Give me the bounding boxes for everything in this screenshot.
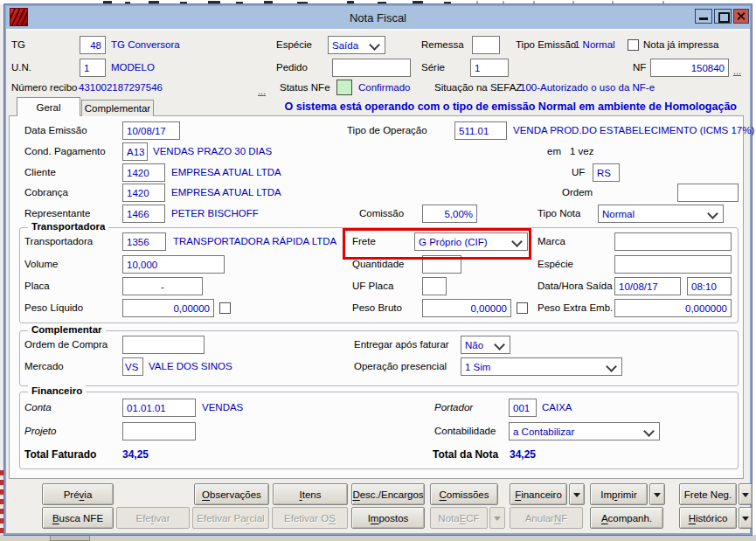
peso-liquido-checkbox[interactable] xyxy=(219,302,231,314)
background-taskbar-strip xyxy=(0,535,756,541)
serie-input[interactable]: 1 xyxy=(470,59,509,77)
financeiro-button[interactable]: Financeiro xyxy=(510,483,567,505)
operacao-presencial-select[interactable]: 1 Sim xyxy=(461,357,622,376)
placa-input[interactable]: - xyxy=(122,277,203,295)
total-da-nota-value: 34,25 xyxy=(510,446,536,464)
previa-button[interactable]: Prévia xyxy=(42,483,114,505)
comissao-input[interactable]: 5,00% xyxy=(422,205,477,223)
transportadora-group-title: Transportadora xyxy=(28,221,108,232)
contabilidade-label: Contabilidade xyxy=(434,422,496,440)
minimize-button[interactable] xyxy=(695,9,712,24)
peso-extra-input[interactable]: 0,000000 xyxy=(614,299,732,317)
marca-input[interactable] xyxy=(614,232,732,251)
un-input[interactable]: 1 xyxy=(80,59,106,77)
portador-label: Portador xyxy=(434,399,473,417)
status-nfe-value: Confirmado xyxy=(358,79,410,97)
tg-input[interactable]: 48 xyxy=(80,36,106,54)
peso-liquido-label: Peso Líquido xyxy=(24,299,83,317)
dropdown-arrow-icon xyxy=(494,517,501,524)
historico-menu-arrow[interactable] xyxy=(739,507,753,529)
transportadora-input[interactable]: 1356 xyxy=(122,232,166,251)
tab-geral[interactable]: Geral xyxy=(17,97,80,116)
numero-recibo-label: Número recibo xyxy=(11,79,77,97)
uf-placa-input[interactable] xyxy=(422,277,447,295)
ordem-input[interactable] xyxy=(677,184,739,202)
especie-transporte-input[interactable] xyxy=(614,255,732,274)
quantidade-input[interactable] xyxy=(422,255,461,274)
nf-browse-button[interactable]: ... xyxy=(733,66,741,76)
cond-pagamento-description: VENDAS PRAZO 30 DIAS xyxy=(153,142,272,161)
hora-saida-input[interactable]: 08:10 xyxy=(687,277,732,295)
impostos-button[interactable]: Impostos xyxy=(351,507,425,529)
portador-description: CAIXA xyxy=(542,399,572,417)
pedido-input[interactable] xyxy=(332,59,411,77)
tipo-nota-select[interactable]: Normal xyxy=(598,205,724,223)
complementar-group-title: Complementar xyxy=(28,324,106,336)
cliente-description: EMPRESA ATUAL LTDA xyxy=(171,163,281,182)
tg-label: TG xyxy=(11,36,25,54)
maximize-icon xyxy=(718,12,730,23)
cliente-input[interactable]: 1420 xyxy=(122,163,165,182)
volume-input[interactable]: 10,000 xyxy=(122,255,225,274)
total-faturado-label: Total Faturado xyxy=(24,446,96,464)
frete-neg-button[interactable]: Frete Neg. xyxy=(679,483,737,505)
itens-button[interactable]: Itens xyxy=(273,483,348,505)
tipo-emissao-label: Tipo Emissão xyxy=(516,36,576,54)
imprimir-menu-arrow[interactable] xyxy=(649,483,665,505)
data-saida-input[interactable]: 10/08/17 xyxy=(614,277,681,295)
chevron-down-icon xyxy=(643,426,655,437)
frete-neg-menu-arrow[interactable] xyxy=(739,483,753,505)
efetivar-os-button: Efetivar OS xyxy=(272,507,348,529)
background-window-tab xyxy=(50,535,90,541)
peso-bruto-input[interactable]: 0,00000 xyxy=(422,299,511,317)
mercado-input[interactable]: VS xyxy=(122,357,143,376)
tab-complementar[interactable]: Complementar xyxy=(81,100,154,116)
entregar-apos-faturar-select[interactable]: Não xyxy=(461,336,510,354)
busca-nfe-button[interactable]: Busca NFE xyxy=(42,507,114,529)
contabilidade-select[interactable]: a Contabilizar xyxy=(509,422,660,440)
remessa-input[interactable] xyxy=(472,36,500,54)
portador-input[interactable]: 001 xyxy=(509,399,537,417)
tipo-operacao-input[interactable]: 511.01 xyxy=(454,121,507,140)
cond-pagamento-label: Cond. Pagamento xyxy=(24,142,106,161)
comissoes-button[interactable]: Comissões xyxy=(430,483,498,505)
chevron-down-icon xyxy=(606,361,617,372)
data-emissao-label: Data Emissão xyxy=(24,121,87,140)
desc-encargos-button[interactable]: Desc./Encargos xyxy=(351,483,425,505)
peso-liquido-input[interactable]: 0,00000 xyxy=(122,299,214,317)
efetivar-parcial-button: Efetivar Parcial xyxy=(192,507,269,529)
nota-ja-impressa-checkbox[interactable] xyxy=(628,39,639,51)
nf-input[interactable]: 150840 xyxy=(650,59,729,77)
frete-select[interactable]: G Próprio (CIF) xyxy=(414,232,528,251)
financeiro-menu-arrow[interactable] xyxy=(569,483,585,505)
cobranca-input[interactable]: 1420 xyxy=(122,184,165,202)
representante-label: Representante xyxy=(24,205,90,223)
dropdown-arrow-icon xyxy=(654,493,661,501)
historico-button[interactable]: Histórico xyxy=(679,507,737,529)
uf-input[interactable]: RS xyxy=(593,163,620,182)
observacoes-button[interactable]: Observações xyxy=(194,483,269,505)
homologacao-banner: O sistema está operando com o tipo de em… xyxy=(245,98,737,116)
tg-description: TG Conversora xyxy=(111,36,180,54)
peso-extra-label: Peso Extra Emb. xyxy=(538,299,613,317)
representante-input[interactable]: 1466 xyxy=(122,205,165,223)
entregar-apos-faturar-label: Entregar após faturar xyxy=(354,336,449,354)
imprimir-button[interactable]: Imprimir xyxy=(590,483,648,505)
projeto-input[interactable] xyxy=(122,422,196,440)
close-button[interactable] xyxy=(733,9,749,24)
chevron-down-icon xyxy=(369,39,380,51)
maximize-button[interactable] xyxy=(714,9,732,24)
cond-pagamento-input[interactable]: A13 xyxy=(122,142,148,161)
em-value: 1 vez xyxy=(570,142,594,161)
sefaz-value: 100-Autorizado o uso da NF-e xyxy=(520,79,655,97)
status-nfe-label: Status NFe xyxy=(280,79,330,97)
conta-input[interactable]: 01.01.01 xyxy=(122,399,196,417)
peso-bruto-checkbox[interactable] xyxy=(517,302,528,314)
ordem-compra-input[interactable] xyxy=(122,336,205,354)
recibo-browse-button[interactable]: ... xyxy=(258,87,266,96)
data-emissao-input[interactable]: 10/08/17 xyxy=(122,121,180,140)
acompanh-button[interactable]: Acompanh. xyxy=(590,507,663,529)
especie-select[interactable]: Saída xyxy=(328,36,385,54)
minimize-icon xyxy=(699,17,708,20)
window-title: Nota Fiscal xyxy=(0,9,756,27)
